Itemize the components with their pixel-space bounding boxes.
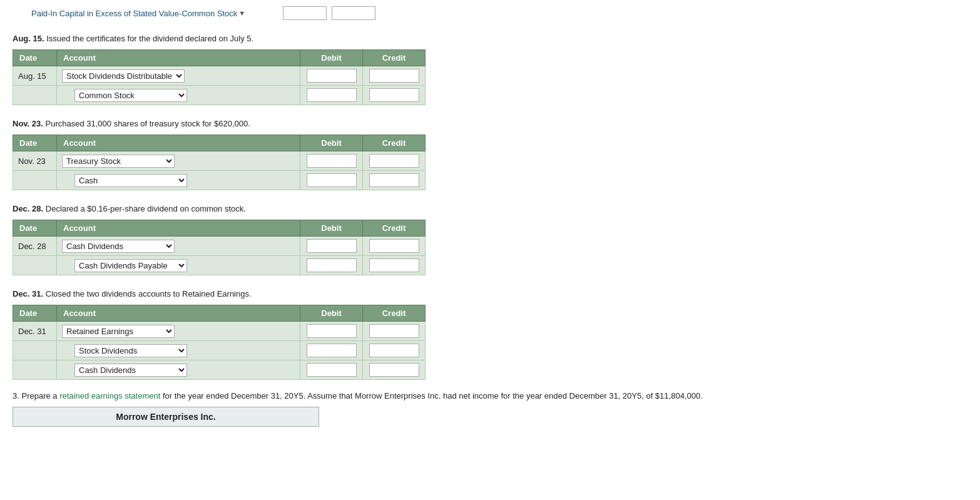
- aug15-narrative: Aug. 15. Issued the certificates for the…: [13, 34, 967, 43]
- dec31-row1-credit: [363, 322, 426, 341]
- dec31-header-credit: Credit: [363, 305, 426, 322]
- nov23-header-credit: Credit: [363, 135, 426, 151]
- dec31-row1-debit-input[interactable]: [307, 324, 357, 338]
- aug15-header-date: Date: [13, 50, 57, 66]
- top-dropdown-icon[interactable]: ▼: [238, 9, 245, 17]
- aug15-row-2: Common Stock: [13, 86, 426, 105]
- dec28-row2-credit-input[interactable]: [369, 258, 419, 272]
- dec31-section: Dec. 31. Closed the two dividends accoun…: [13, 289, 967, 380]
- nov23-row2-credit: [363, 171, 426, 190]
- dec28-row1-account-select[interactable]: Cash Dividends: [62, 240, 175, 253]
- dec28-row2-credit: [363, 256, 426, 275]
- nov23-row1-debit: [300, 151, 363, 171]
- company-header-box: Morrow Enterprises Inc.: [13, 407, 319, 427]
- top-debit-input[interactable]: [283, 6, 327, 20]
- nov23-header-debit: Debit: [300, 135, 363, 151]
- aug15-header-account: Account: [57, 50, 300, 66]
- dec28-header-debit: Debit: [300, 220, 363, 237]
- nov23-row-1: Nov. 23 Treasury Stock: [13, 151, 426, 171]
- dec31-header-account: Account: [57, 305, 300, 322]
- dec28-row2-date: [13, 256, 57, 275]
- dec31-row3-account: Cash Dividends: [57, 360, 300, 380]
- dec28-row1-debit-input[interactable]: [307, 239, 357, 253]
- aug15-row2-account-select[interactable]: Common Stock: [74, 89, 187, 102]
- nov23-date-bold: Nov. 23.: [13, 119, 43, 128]
- dec31-row3-debit-input[interactable]: [307, 363, 357, 377]
- nov23-header-date: Date: [13, 135, 57, 151]
- aug15-row2-debit-input[interactable]: [307, 88, 357, 102]
- nov23-row2-account-select[interactable]: Cash: [74, 174, 187, 187]
- dec31-header-debit: Debit: [300, 305, 363, 322]
- dec28-row2-account: Cash Dividends Payable: [57, 256, 300, 275]
- nov23-row2-account: Cash: [57, 171, 300, 190]
- aug15-row2-credit-input[interactable]: [369, 88, 419, 102]
- aug15-row2-credit: [363, 86, 426, 105]
- dec31-row2-account: Stock Dividends: [57, 341, 300, 360]
- dec31-row1-debit: [300, 322, 363, 341]
- dec31-header-date: Date: [13, 305, 57, 322]
- question3-text-before: Prepare a: [19, 391, 59, 401]
- top-partial-row: Paid-In Capital in Excess of Stated Valu…: [13, 6, 967, 20]
- nov23-row2-credit-input[interactable]: [369, 173, 419, 187]
- dec28-row2-debit: [300, 256, 363, 275]
- aug15-table: Date Account Debit Credit Aug. 15 Stock …: [13, 49, 426, 105]
- dec31-row3-account-select[interactable]: Cash Dividends: [74, 364, 187, 377]
- aug15-row1-date: Aug. 15: [13, 66, 57, 86]
- dec31-row-3: Cash Dividends: [13, 360, 426, 380]
- dec31-row2-debit: [300, 341, 363, 360]
- nov23-table: Date Account Debit Credit Nov. 23 Treasu…: [13, 135, 426, 190]
- dec31-row3-debit: [300, 360, 363, 380]
- dec28-row2-account-select[interactable]: Cash Dividends Payable: [74, 259, 187, 272]
- aug15-row1-credit: [363, 66, 426, 86]
- dec28-row1-debit: [300, 237, 363, 256]
- nov23-row2-date: [13, 171, 57, 190]
- dec31-row3-date: [13, 360, 57, 380]
- dec28-row-1: Dec. 28 Cash Dividends: [13, 237, 426, 256]
- dec31-row1-credit-input[interactable]: [369, 324, 419, 338]
- aug15-row1-account: Stock Dividends Distributable: [57, 66, 300, 86]
- nov23-row1-debit-input[interactable]: [307, 154, 357, 168]
- aug15-row1-debit: [300, 66, 363, 86]
- dec28-row2-debit-input[interactable]: [307, 258, 357, 272]
- dec31-row2-credit-input[interactable]: [369, 344, 419, 357]
- company-name: Morrow Enterprises Inc.: [116, 412, 215, 422]
- aug15-row1-account-select[interactable]: Stock Dividends Distributable: [62, 69, 185, 83]
- dec28-narrative-text: Declared a $0.16-per-share dividend on c…: [43, 204, 246, 213]
- aug15-row2-account: Common Stock: [57, 86, 300, 105]
- nov23-row1-credit-input[interactable]: [369, 154, 419, 168]
- dec28-section: Dec. 28. Declared a $0.16-per-share divi…: [13, 204, 967, 275]
- aug15-section: Aug. 15. Issued the certificates for the…: [13, 34, 967, 105]
- nov23-row1-credit: [363, 151, 426, 171]
- dec31-row2-date: [13, 341, 57, 360]
- dec28-header-account: Account: [57, 220, 300, 237]
- aug15-row-1: Aug. 15 Stock Dividends Distributable: [13, 66, 426, 86]
- question3-text-after: for the year ended December 31, 20Y5. As…: [160, 391, 702, 401]
- paid-in-capital-label: Paid-In Capital in Excess of Stated Valu…: [31, 9, 237, 18]
- dec31-narrative: Dec. 31. Closed the two dividends accoun…: [13, 289, 967, 298]
- question3-number: 3.: [13, 391, 19, 401]
- aug15-row1-debit-input[interactable]: [307, 69, 357, 83]
- nov23-row1-account-select[interactable]: Treasury Stock: [62, 155, 175, 168]
- dec28-narrative: Dec. 28. Declared a $0.16-per-share divi…: [13, 204, 967, 213]
- nov23-header-account: Account: [57, 135, 300, 151]
- aug15-row1-credit-input[interactable]: [369, 69, 419, 83]
- dec31-row2-account-select[interactable]: Stock Dividends: [74, 344, 187, 357]
- nov23-row2-debit-input[interactable]: [307, 173, 357, 187]
- dec28-row1-credit-input[interactable]: [369, 239, 419, 253]
- aug15-date-bold: Aug. 15.: [13, 34, 44, 43]
- dec31-narrative-text: Closed the two dividends accounts to Ret…: [43, 289, 251, 298]
- aug15-row2-debit: [300, 86, 363, 105]
- nov23-row2-debit: [300, 171, 363, 190]
- dec31-row1-account-select[interactable]: Retained Earnings: [62, 325, 175, 338]
- dec31-row3-credit: [363, 360, 426, 380]
- dec31-row2-debit-input[interactable]: [307, 344, 357, 357]
- dec31-row1-date: Dec. 31: [13, 322, 57, 341]
- aug15-header-debit: Debit: [300, 50, 363, 66]
- dec31-row2-credit: [363, 341, 426, 360]
- dec28-header-credit: Credit: [363, 220, 426, 237]
- top-credit-input[interactable]: [332, 6, 375, 20]
- dec31-row3-credit-input[interactable]: [369, 363, 419, 377]
- dec28-header-date: Date: [13, 220, 57, 237]
- retained-earnings-link[interactable]: retained earnings statement: [59, 391, 160, 401]
- dec28-row1-account: Cash Dividends: [57, 237, 300, 256]
